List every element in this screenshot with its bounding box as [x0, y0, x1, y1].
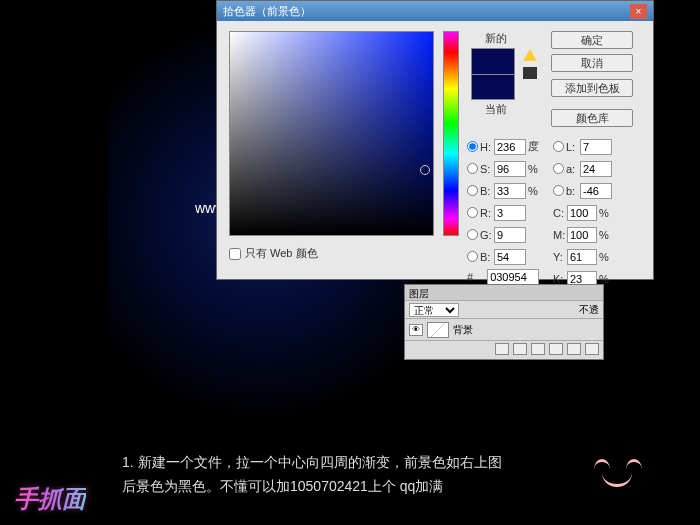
new-layer-icon[interactable]	[567, 343, 581, 355]
g-input[interactable]	[494, 227, 526, 243]
l-label: L:	[566, 141, 580, 153]
web-only-label: 只有 Web 颜色	[245, 246, 318, 261]
lb-radio[interactable]	[553, 185, 564, 196]
h-radio[interactable]	[467, 141, 478, 152]
h-unit: 度	[528, 139, 542, 154]
y-input[interactable]	[567, 249, 597, 265]
m-input[interactable]	[567, 227, 597, 243]
lb-input[interactable]	[580, 183, 612, 199]
layer-row[interactable]: 👁 背景	[405, 319, 603, 341]
preview-current-label: 当前	[471, 102, 521, 117]
a-input[interactable]	[580, 161, 612, 177]
tutorial-caption: 1. 新建一个文件，拉一个中心向四周的渐变，前景色如右上图 后景色为黑色。不懂可…	[122, 450, 592, 498]
color-field-cursor	[420, 165, 430, 175]
s-radio[interactable]	[467, 163, 478, 174]
bb-label: B:	[480, 251, 494, 263]
bb-radio[interactable]	[467, 251, 478, 262]
s-input[interactable]	[494, 161, 526, 177]
r-radio[interactable]	[467, 207, 478, 218]
c-label: C:	[553, 207, 567, 219]
m-label: M:	[553, 229, 567, 241]
h-label: H:	[480, 141, 494, 153]
y-label: Y:	[553, 251, 567, 263]
bb-input[interactable]	[494, 249, 526, 265]
r-label: R:	[480, 207, 494, 219]
l-input[interactable]	[580, 139, 612, 155]
b-radio[interactable]	[467, 185, 478, 196]
caption-line1: 1. 新建一个文件，拉一个中心向四周的渐变，前景色如右上图	[122, 450, 592, 474]
hex-label: #	[467, 271, 473, 283]
g-radio[interactable]	[467, 229, 478, 240]
s-label: S:	[480, 163, 494, 175]
hex-input[interactable]	[487, 269, 539, 285]
layers-tab[interactable]: 图层	[405, 285, 603, 301]
preview-new-swatch	[471, 48, 515, 74]
color-library-button[interactable]: 颜色库	[551, 109, 633, 127]
opacity-label: 不透	[579, 303, 599, 317]
k-label: K:	[553, 273, 567, 285]
l-radio[interactable]	[553, 141, 564, 152]
b-input[interactable]	[494, 183, 526, 199]
dialog-title: 拾色器（前景色）	[223, 4, 311, 18]
blend-mode-select[interactable]: 正常	[409, 303, 459, 317]
web-only-checkbox-row: 只有 Web 颜色	[229, 246, 318, 261]
web-only-checkbox[interactable]	[229, 248, 241, 260]
a-radio[interactable]	[553, 163, 564, 174]
link-icon[interactable]	[495, 343, 509, 355]
lb-label: b:	[566, 185, 580, 197]
trash-icon[interactable]	[585, 343, 599, 355]
preview-new-label: 新的	[471, 31, 521, 46]
layer-thumbnail	[427, 322, 449, 338]
websafe-warning-icon[interactable]	[523, 67, 537, 79]
c-input[interactable]	[567, 205, 597, 221]
ok-button[interactable]: 确定	[551, 31, 633, 49]
smiley-face-icon	[588, 455, 648, 495]
layer-name: 背景	[453, 323, 473, 337]
visibility-icon[interactable]: 👁	[409, 324, 423, 336]
g-label: G:	[480, 229, 494, 241]
color-field[interactable]	[229, 31, 434, 236]
add-swatch-button[interactable]: 添加到色板	[551, 79, 633, 97]
fx-icon[interactable]	[513, 343, 527, 355]
preview-current-swatch	[471, 74, 515, 100]
h-input[interactable]	[494, 139, 526, 155]
color-preview: 新的 当前	[471, 31, 521, 117]
site-logo: 手抓面	[14, 483, 86, 515]
layers-panel: 图层 正常 不透 👁 背景	[404, 284, 604, 360]
dialog-titlebar[interactable]: 拾色器（前景色） ×	[217, 1, 653, 21]
folder-icon[interactable]	[549, 343, 563, 355]
a-label: a:	[566, 163, 580, 175]
caption-line2: 后景色为黑色。不懂可以加1050702421上个 qq加满	[122, 474, 592, 498]
close-icon[interactable]: ×	[630, 4, 647, 19]
r-input[interactable]	[494, 205, 526, 221]
color-picker-dialog: 拾色器（前景色） × 只有 Web 颜色 新的 当前 确定 取消 添加到色板 颜…	[216, 0, 654, 280]
gamut-warning-icon[interactable]	[523, 49, 537, 61]
cancel-button[interactable]: 取消	[551, 54, 633, 72]
hue-slider[interactable]	[443, 31, 459, 236]
b-label: B:	[480, 185, 494, 197]
mask-icon[interactable]	[531, 343, 545, 355]
gamut-warnings	[523, 49, 537, 79]
